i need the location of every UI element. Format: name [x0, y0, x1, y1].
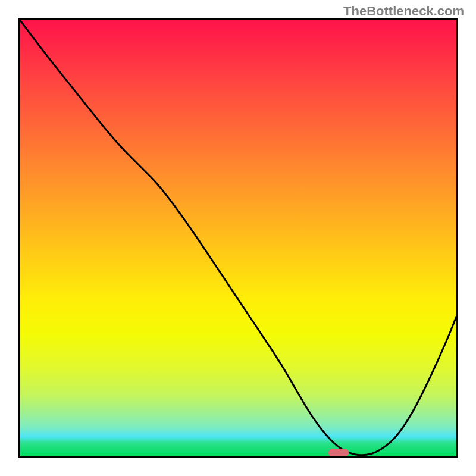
curve-line [20, 20, 456, 456]
chart-plot-area [18, 18, 458, 458]
optimal-point-marker [328, 449, 349, 457]
watermark-label: TheBottleneck.com [343, 4, 464, 19]
